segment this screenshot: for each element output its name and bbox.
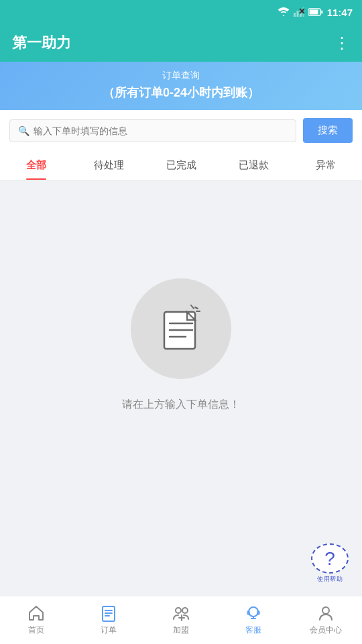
bottom-nav: 首页 订单 加盟 客服 xyxy=(0,596,362,644)
banner-title: （所有订单0-24小时内到账） xyxy=(0,85,362,101)
nav-home-label: 首页 xyxy=(28,625,44,636)
search-input-wrap[interactable]: 🔍 xyxy=(9,119,296,142)
empty-text: 请在上方输入下单信息！ xyxy=(122,398,240,412)
search-bar: 🔍 搜索 xyxy=(0,110,362,151)
help-button[interactable]: ? 使用帮助 xyxy=(310,543,350,584)
svg-point-21 xyxy=(182,608,188,613)
nav-service[interactable]: 客服 xyxy=(217,604,290,636)
nav-order-label: 订单 xyxy=(101,625,117,636)
home-icon xyxy=(27,604,45,622)
more-menu-button[interactable]: ⋮ xyxy=(334,35,350,51)
join-icon xyxy=(172,604,190,622)
wifi-icon xyxy=(278,7,290,17)
order-icon xyxy=(100,604,117,622)
tab-all[interactable]: 全部 xyxy=(0,151,72,180)
svg-point-27 xyxy=(322,607,329,614)
content-area: 请在上方输入下单信息！ xyxy=(0,180,362,496)
help-circle: ? xyxy=(311,543,349,574)
service-icon xyxy=(245,604,262,622)
status-icons: 11:47 xyxy=(278,7,353,18)
nav-service-label: 客服 xyxy=(245,625,261,636)
help-icon: ? xyxy=(324,549,335,568)
signal-icon xyxy=(294,7,304,17)
search-button[interactable]: 搜索 xyxy=(303,118,353,143)
app-header: 第一助力 ⋮ xyxy=(0,24,362,62)
svg-rect-7 xyxy=(309,10,318,15)
empty-icon xyxy=(131,278,231,379)
document-icon xyxy=(158,302,204,356)
tab-pending[interactable]: 待处理 xyxy=(72,151,145,180)
search-input[interactable] xyxy=(34,125,288,136)
app-title: 第一助力 xyxy=(12,33,71,53)
tab-abnormal[interactable]: 异常 xyxy=(290,151,362,180)
svg-point-20 xyxy=(176,608,181,613)
svg-rect-8 xyxy=(321,11,323,14)
svg-rect-1 xyxy=(296,11,298,17)
banner: 订单查询 （所有订单0-24小时内到账） xyxy=(0,62,362,110)
banner-subtitle: 订单查询 xyxy=(0,70,362,82)
member-icon xyxy=(317,604,335,622)
nav-member[interactable]: 会员中心 xyxy=(290,604,362,636)
help-label: 使用帮助 xyxy=(317,575,343,584)
tab-completed[interactable]: 已完成 xyxy=(145,151,217,180)
svg-point-24 xyxy=(249,607,258,616)
status-time: 11:47 xyxy=(327,7,353,18)
tab-refunded[interactable]: 已退款 xyxy=(217,151,290,180)
tabs-bar: 全部 待处理 已完成 已退款 异常 xyxy=(0,151,362,180)
nav-home[interactable]: 首页 xyxy=(0,604,72,636)
battery-icon xyxy=(308,8,323,16)
search-icon: 🔍 xyxy=(18,125,29,136)
svg-line-14 xyxy=(195,307,198,309)
svg-rect-0 xyxy=(294,13,296,17)
nav-member-label: 会员中心 xyxy=(310,625,342,636)
nav-join[interactable]: 加盟 xyxy=(145,604,217,636)
nav-join-label: 加盟 xyxy=(173,625,189,636)
svg-line-13 xyxy=(191,305,194,309)
nav-order[interactable]: 订单 xyxy=(72,604,145,636)
status-bar: 11:47 xyxy=(0,0,362,24)
